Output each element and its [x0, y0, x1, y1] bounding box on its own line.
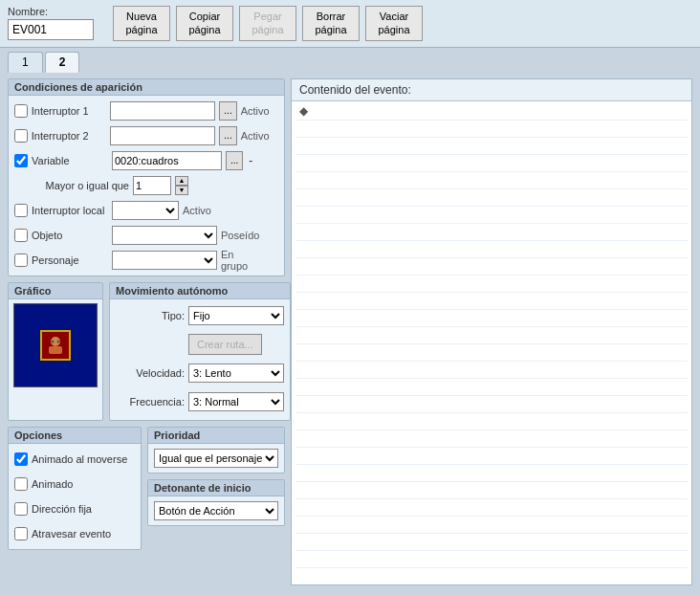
interruptor1-checkbox[interactable]	[14, 104, 28, 118]
grafico-canvas[interactable]	[13, 303, 98, 387]
variable-row: Variable ... -	[14, 150, 278, 171]
detonante-select[interactable]: Botón de Acción Al contacto con personaj…	[154, 501, 278, 520]
event-row-3	[295, 138, 688, 155]
condiciones-body: Interruptor 1 ... Activo Interruptor 2 .…	[9, 96, 284, 275]
copiar-pagina-button[interactable]: Copiar página	[176, 6, 233, 41]
event-content-area[interactable]: ◆	[292, 101, 691, 584]
vaciar-pagina-button[interactable]: Vaciar página	[365, 6, 423, 41]
event-row-6	[295, 189, 688, 207]
top-bar: Nombre: Nueva página Copiar página Pegar…	[0, 0, 700, 48]
tipo-select[interactable]: Fijo Aleatorio Ruta	[188, 306, 284, 325]
animado-moverse-checkbox[interactable]	[14, 452, 28, 466]
prioridad-select[interactable]: Debajo del personaje Igual que el person…	[154, 449, 278, 468]
name-input[interactable]	[8, 19, 94, 40]
prioridad-title: Prioridad	[148, 428, 284, 444]
frecuencia-row: Frecuencia: 1: Muy baja 2: Baja 3: Norma…	[116, 390, 284, 413]
animado-checkbox[interactable]	[14, 477, 28, 491]
animado-label: Animado	[32, 478, 73, 490]
name-label: Nombre:	[8, 6, 94, 17]
event-row-7	[295, 207, 688, 224]
variable-dash-button[interactable]: -	[247, 154, 254, 167]
interruptor1-status: Activo	[241, 105, 278, 117]
event-row-16	[295, 362, 688, 379]
event-row-28	[295, 568, 688, 584]
personaje-row: Personaje En grupo	[14, 250, 278, 271]
movimiento-section: Movimiento autónomo Tipo: Fijo Aleatorio…	[109, 282, 291, 421]
crear-ruta-button[interactable]: Crear ruta...	[188, 334, 262, 355]
grafico-movimiento-row: Gráfico Movimiento autónomo	[8, 282, 285, 421]
velocidad-label: Velocidad:	[116, 367, 185, 379]
objeto-checkbox[interactable]	[14, 229, 28, 242]
detonante-section: Detonante de inicio Botón de Acción Al c…	[147, 479, 285, 526]
interruptor-local-select[interactable]	[112, 201, 179, 220]
tab-2[interactable]: 2	[45, 52, 80, 73]
prioridad-detonante-col: Prioridad Debajo del personaje Igual que…	[147, 427, 285, 550]
variable-label: Variable	[32, 155, 108, 166]
interruptor2-checkbox[interactable]	[14, 129, 28, 143]
borrar-pagina-button[interactable]: Borrar página	[302, 6, 360, 41]
opcion-direccion-row: Dirección fija	[14, 498, 135, 519]
right-panel: Contenido del evento: ◆	[291, 78, 692, 585]
tipo-label: Tipo:	[116, 310, 185, 321]
event-row-10	[295, 258, 688, 275]
mayor-row: Mayor o igual que ▲ ▼	[14, 175, 278, 196]
event-row-8	[295, 224, 688, 241]
interruptor1-input[interactable]	[110, 101, 215, 121]
pegar-pagina-button[interactable]: Pegar página	[239, 6, 296, 41]
spinner-buttons: ▲ ▼	[175, 176, 188, 195]
direccion-fija-checkbox[interactable]	[14, 502, 28, 516]
interruptor-local-checkbox[interactable]	[14, 204, 28, 217]
interruptor-local-row: Interruptor local Activo	[14, 200, 278, 221]
objeto-select[interactable]	[112, 226, 217, 245]
direccion-fija-label: Dirección fija	[32, 503, 92, 515]
atravesar-evento-label: Atravesar evento	[32, 528, 111, 540]
objeto-status: Poseído	[221, 230, 259, 241]
condiciones-title: Condiciones de aparición	[9, 79, 284, 96]
personaje-select[interactable]	[112, 251, 217, 270]
event-row-21	[295, 448, 688, 465]
tabs-row: 1 2	[0, 48, 700, 73]
variable-input[interactable]	[112, 151, 222, 170]
personaje-checkbox[interactable]	[14, 253, 28, 267]
event-bullet: ◆	[299, 104, 308, 118]
variable-dots-button[interactable]: ...	[226, 151, 243, 170]
interruptor-local-status: Activo	[183, 205, 221, 216]
spinner-down-button[interactable]: ▼	[175, 186, 188, 195]
interruptor2-status: Activo	[241, 130, 278, 142]
opciones-body: Animado al moverse Animado Dirección fij…	[9, 444, 141, 549]
event-row-14	[295, 327, 688, 344]
event-row-25	[295, 517, 688, 534]
velocidad-select[interactable]: 1: Muy lento 2: Lento 3: Lento 4: Normal…	[188, 364, 284, 383]
sprite-icon	[45, 335, 66, 356]
personaje-label: Personaje	[32, 254, 108, 266]
grafico-section: Gráfico	[8, 282, 103, 421]
interruptor1-label: Interruptor 1	[32, 105, 107, 117]
prioridad-section: Prioridad Debajo del personaje Igual que…	[147, 427, 285, 474]
event-row-11	[295, 275, 688, 293]
name-section: Nombre:	[8, 6, 94, 40]
variable-checkbox[interactable]	[14, 154, 28, 167]
detonante-body: Botón de Acción Al contacto con personaj…	[148, 496, 284, 525]
interruptor1-dots-button[interactable]: ...	[219, 101, 236, 121]
event-row-19	[295, 413, 688, 430]
tab-1[interactable]: 1	[8, 52, 43, 73]
opcion-atravesar-row: Atravesar evento	[14, 523, 135, 544]
mayor-label: Mayor o igual que	[43, 180, 129, 191]
interruptor2-dots-button[interactable]: ...	[219, 126, 236, 145]
svg-rect-1	[49, 346, 62, 354]
spinner-up-button[interactable]: ▲	[175, 176, 188, 186]
event-row-18	[295, 396, 688, 413]
frecuencia-select[interactable]: 1: Muy baja 2: Baja 3: Normal 4: Alta 5:…	[188, 392, 284, 411]
main-content: Condiciones de aparición Interruptor 1 .…	[0, 73, 700, 591]
event-row-22	[295, 465, 688, 482]
event-row-2	[295, 121, 688, 138]
nueva-pagina-button[interactable]: Nueva página	[113, 6, 170, 41]
interruptor1-row: Interruptor 1 ... Activo	[14, 100, 278, 121]
event-row-20	[295, 430, 688, 448]
evento-title: Contenido del evento:	[292, 79, 691, 101]
objeto-label: Objeto	[32, 230, 108, 241]
atravesar-evento-checkbox[interactable]	[14, 527, 28, 540]
interruptor2-input[interactable]	[110, 126, 215, 145]
condiciones-section: Condiciones de aparición Interruptor 1 .…	[8, 78, 285, 276]
mayor-input[interactable]	[133, 176, 171, 195]
